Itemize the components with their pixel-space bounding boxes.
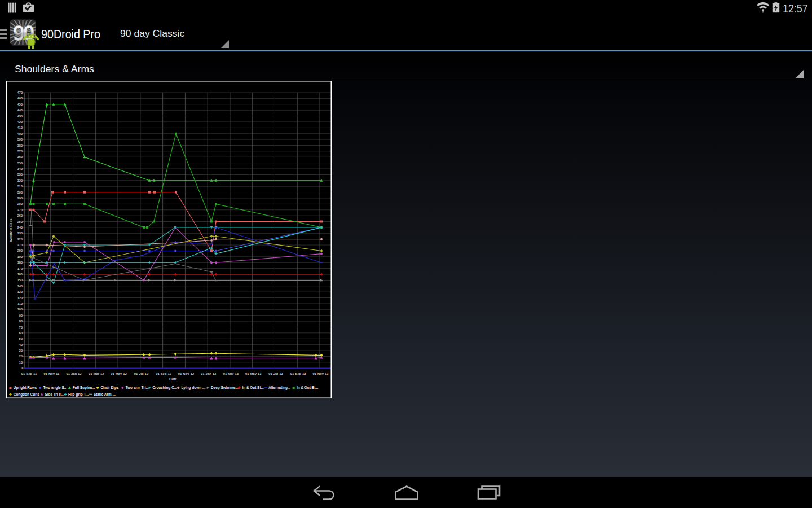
svg-text:Congdon Curls: Congdon Curls bbox=[14, 392, 40, 397]
svg-text:250: 250 bbox=[17, 220, 23, 224]
svg-text:110: 110 bbox=[17, 302, 23, 305]
svg-text:290: 290 bbox=[17, 196, 23, 200]
svg-text:280: 280 bbox=[17, 202, 23, 205]
svg-text:400: 400 bbox=[17, 132, 23, 135]
svg-text:150: 150 bbox=[17, 278, 23, 282]
svg-text:01-Sep-13: 01-Sep-13 bbox=[290, 372, 307, 375]
svg-text:200: 200 bbox=[17, 249, 23, 252]
svg-text:440: 440 bbox=[17, 108, 23, 112]
svg-text:120: 120 bbox=[17, 296, 23, 300]
svg-text:01-Nov-11: 01-Nov-11 bbox=[43, 372, 60, 375]
svg-text:70: 70 bbox=[19, 326, 23, 329]
svg-text:Two-arm Tri...: Two-arm Tri... bbox=[126, 386, 149, 389]
svg-text:01-Nov-12: 01-Nov-12 bbox=[178, 372, 195, 375]
svg-text:130: 130 bbox=[17, 290, 23, 294]
svg-text:420: 420 bbox=[17, 120, 23, 124]
svg-text:460: 460 bbox=[17, 97, 23, 100]
svg-text:90: 90 bbox=[19, 314, 23, 317]
svg-text:160: 160 bbox=[17, 273, 23, 276]
svg-text:Deep Swimme...: Deep Swimme... bbox=[211, 386, 239, 390]
svg-text:320: 320 bbox=[17, 179, 23, 182]
svg-text:340: 340 bbox=[17, 167, 23, 170]
svg-text:140: 140 bbox=[17, 284, 23, 288]
svg-text:310: 310 bbox=[17, 185, 23, 188]
svg-text:Weight x Reps: Weight x Reps bbox=[9, 218, 12, 242]
svg-text:260: 260 bbox=[17, 214, 23, 217]
svg-text:180: 180 bbox=[17, 261, 23, 264]
svg-text:360: 360 bbox=[17, 155, 23, 159]
svg-text:In & Out St...: In & Out St... bbox=[242, 386, 264, 389]
svg-text:Static Arm ...: Static Arm ... bbox=[94, 392, 116, 396]
svg-text:Upright Rows: Upright Rows bbox=[14, 386, 37, 390]
svg-text:170: 170 bbox=[17, 267, 23, 270]
svg-text:Lying-down ...: Lying-down ... bbox=[182, 386, 206, 390]
svg-text:Alternating...: Alternating... bbox=[268, 386, 290, 390]
svg-text:Date: Date bbox=[169, 377, 177, 381]
svg-text:450: 450 bbox=[17, 103, 23, 106]
svg-text:0: 0 bbox=[21, 366, 23, 370]
svg-text:370: 370 bbox=[17, 150, 23, 153]
svg-text:190: 190 bbox=[17, 255, 23, 259]
svg-text:12:57: 12:57 bbox=[783, 2, 808, 15]
svg-text:50: 50 bbox=[19, 337, 23, 340]
svg-text:220: 220 bbox=[17, 238, 23, 241]
svg-text:380: 380 bbox=[17, 144, 23, 147]
svg-text:01-Mar-12: 01-Mar-12 bbox=[89, 372, 104, 375]
svg-text:390: 390 bbox=[17, 138, 23, 141]
svg-text:240: 240 bbox=[17, 226, 23, 229]
svg-text:80: 80 bbox=[19, 319, 23, 323]
svg-text:300: 300 bbox=[17, 191, 23, 194]
svg-text:210: 210 bbox=[17, 243, 23, 247]
svg-text:100: 100 bbox=[17, 308, 23, 311]
svg-text:01-Sep-12: 01-Sep-12 bbox=[156, 372, 172, 375]
svg-text:Two-angle S..: Two-angle S.. bbox=[43, 386, 67, 390]
svg-text:01-Jul-12: 01-Jul-12 bbox=[134, 372, 149, 375]
svg-text:01-Jul-13: 01-Jul-13 bbox=[268, 372, 283, 375]
svg-text:01-Jan-13: 01-Jan-13 bbox=[201, 372, 217, 375]
svg-text:20: 20 bbox=[19, 354, 23, 358]
svg-text:Flip-grip T...: Flip-grip T... bbox=[68, 392, 89, 397]
svg-text:Crouching C...: Crouching C... bbox=[152, 386, 177, 390]
svg-text:01-Sep-11: 01-Sep-11 bbox=[21, 372, 37, 375]
svg-text:330: 330 bbox=[17, 173, 23, 176]
svg-text:10: 10 bbox=[19, 361, 23, 364]
svg-text:01-May-13: 01-May-13 bbox=[245, 372, 262, 375]
svg-text:01-Mar-13: 01-Mar-13 bbox=[223, 372, 239, 375]
svg-text:In & Out Bi...: In & Out Bi... bbox=[297, 386, 319, 389]
svg-text:Full Supina...: Full Supina... bbox=[73, 386, 95, 390]
svg-text:350: 350 bbox=[17, 161, 23, 165]
svg-text:410: 410 bbox=[17, 126, 23, 129]
svg-text:270: 270 bbox=[17, 208, 23, 212]
svg-text:30: 30 bbox=[19, 349, 23, 352]
svg-text:40: 40 bbox=[19, 343, 23, 347]
svg-text:Chair Dips: Chair Dips bbox=[101, 386, 119, 390]
svg-text:60: 60 bbox=[19, 331, 23, 335]
svg-text:01-May-12: 01-May-12 bbox=[111, 372, 127, 375]
svg-text:01-Nov-13: 01-Nov-13 bbox=[312, 372, 329, 375]
svg-text:430: 430 bbox=[17, 115, 23, 118]
svg-text:230: 230 bbox=[17, 231, 23, 235]
svg-text:Side Tri-ri...: Side Tri-ri... bbox=[45, 392, 65, 396]
svg-text:01-Jan-12: 01-Jan-12 bbox=[66, 372, 82, 375]
svg-text:470: 470 bbox=[17, 91, 23, 94]
